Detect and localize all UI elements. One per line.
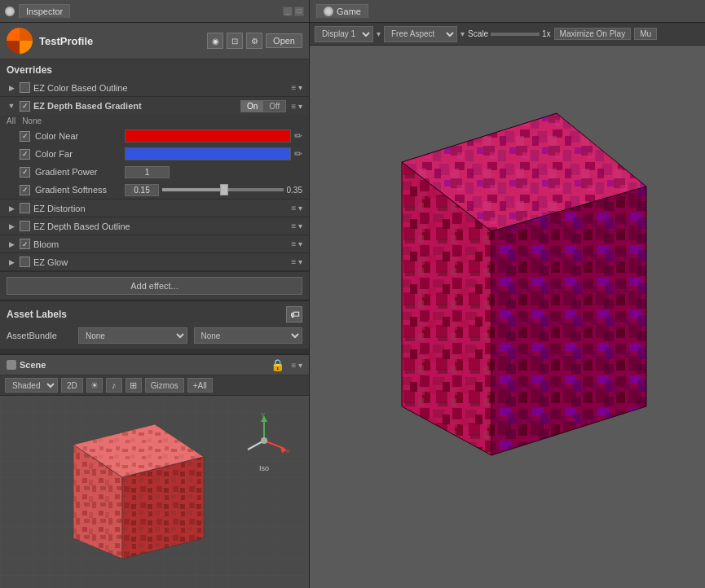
effect-menu-glow[interactable]: ≡ ▾ <box>291 257 302 266</box>
asset-bundle-dropdown1[interactable]: None <box>78 327 187 344</box>
label-tag-icon[interactable]: 🏷 <box>286 306 302 323</box>
scene-header: Scene 🔒 ≡ ▾ <box>0 355 309 375</box>
none-btn[interactable]: None <box>22 116 42 125</box>
scene-icon <box>7 360 16 370</box>
add-effect-button[interactable]: Add effect... <box>7 277 302 295</box>
all-none-row: All None <box>0 115 309 127</box>
maximize-btn[interactable]: Maximize On Play <box>554 28 632 40</box>
softness-min-input[interactable] <box>125 184 159 196</box>
checkbox-ez-color[interactable] <box>20 82 30 93</box>
maximize-window-btn[interactable]: □ <box>294 7 304 16</box>
svg-marker-57 <box>491 186 646 455</box>
profile-view-btn[interactable]: ⊡ <box>227 33 243 49</box>
gradient-softness-row: ✓ Gradient Softness 0.35 <box>0 181 309 199</box>
checkbox-bloom[interactable]: ✓ <box>20 239 30 249</box>
scene-lock-icon[interactable]: 🔒 <box>271 358 284 371</box>
open-button[interactable]: Open <box>266 33 302 48</box>
scene-section: Scene 🔒 ≡ ▾ Shaded 2D ☀ ♪ ⊞ Gizmos +All <box>0 353 309 588</box>
effect-name-depth-outline: EZ Depth Based Outline <box>33 222 291 231</box>
view-2d-btn[interactable]: 2D <box>61 378 83 393</box>
effect-menu-depth[interactable]: ≡ ▾ <box>291 102 302 111</box>
on-toggle[interactable]: On <box>241 101 263 112</box>
effect-name-glow: EZ Glow <box>33 257 291 267</box>
color-far-row: ✓ Color Far ✏ <box>0 145 309 163</box>
display-dropdown[interactable]: Display 1 <box>315 26 373 42</box>
effect-name-distortion: EZ Distortion <box>33 204 291 213</box>
color-far-swatch[interactable] <box>125 147 291 160</box>
eyedropper-far[interactable]: ✏ <box>294 148 302 160</box>
scale-label: Scale <box>468 29 488 38</box>
all-btn[interactable]: +All <box>187 378 213 393</box>
profile-icon <box>7 28 33 54</box>
softness-max-value: 0.35 <box>287 186 302 195</box>
checkbox-glow[interactable] <box>20 257 30 267</box>
effect-row-ez-depth-outline: ▶ EZ Depth Based Outline ≡ ▾ <box>0 217 309 235</box>
svg-text:Y: Y <box>261 412 266 419</box>
gradient-softness-label: Gradient Softness <box>35 185 125 195</box>
effect-menu-depth-outline[interactable]: ≡ ▾ <box>291 222 302 230</box>
unity-logo-icon <box>5 7 15 16</box>
checkbox-depth-outline[interactable] <box>20 221 30 231</box>
gradient-power-input[interactable] <box>125 166 170 178</box>
expand-arrow-distortion[interactable]: ▶ <box>7 204 16 213</box>
game-toolbar: Display 1 ▾ Free Aspect ▾ Scale 1x Maxim… <box>310 23 705 46</box>
game-tab[interactable]: Game <box>316 4 368 18</box>
all-btn[interactable]: All <box>7 116 15 125</box>
gizmos-btn[interactable]: Gizmos <box>145 378 184 393</box>
checkbox-gradient-softness[interactable]: ✓ <box>20 185 30 195</box>
softness-track[interactable] <box>162 188 284 191</box>
gradient-power-row: ✓ Gradient Power <box>0 163 309 181</box>
titlebar-controls: _ □ <box>283 7 304 16</box>
checkbox-distortion[interactable] <box>20 203 30 213</box>
game-cube-svg <box>353 81 663 553</box>
on-off-toggle: On Off <box>240 100 287 112</box>
expand-arrow-depth[interactable]: ▼ <box>7 101 16 111</box>
scene-toolbar: Shaded 2D ☀ ♪ ⊞ Gizmos +All <box>0 375 309 396</box>
expand-arrow-glow[interactable]: ▶ <box>7 257 16 267</box>
game-unity-logo <box>324 7 333 16</box>
checkbox-depth-gradient[interactable]: ✓ <box>20 101 30 112</box>
checkbox-gradient-power[interactable]: ✓ <box>20 167 30 178</box>
expand-arrow-ez-color[interactable]: ▶ <box>7 83 16 93</box>
inspector-scrollbar <box>0 349 309 353</box>
effect-menu-ez-color[interactable]: ≡ ▾ <box>291 83 302 92</box>
inspector-tab[interactable]: Inspector <box>19 4 70 18</box>
scene-menu-btn[interactable]: ≡ ▾ <box>291 361 302 370</box>
checkbox-color-near[interactable]: ✓ <box>20 131 30 142</box>
softness-thumb[interactable] <box>220 184 228 195</box>
scale-value: 1x <box>542 29 551 38</box>
effect-row-ez-glow: ▶ EZ Glow ≡ ▾ <box>0 253 309 271</box>
expand-arrow-depth-outline[interactable]: ▶ <box>7 222 16 231</box>
game-panel: Game Display 1 ▾ Free Aspect ▾ Scale 1x … <box>310 0 705 588</box>
sun-icon-btn[interactable]: ☀ <box>86 378 103 393</box>
add-effect-row: Add effect... <box>0 271 309 300</box>
dropdown-arrow-aspect: ▾ <box>460 29 465 38</box>
mute-btn[interactable]: Mu <box>634 28 657 40</box>
gradient-softness-slider: 0.35 <box>125 184 302 196</box>
checkbox-color-far[interactable]: ✓ <box>20 149 30 160</box>
effect-row-ez-distortion: ▶ EZ Distortion ≡ ▾ <box>0 200 309 217</box>
color-far-label: Color Far <box>35 149 125 159</box>
profile-settings-btn[interactable]: ⚙ <box>246 33 262 49</box>
aspect-dropdown[interactable]: Free Aspect <box>384 26 457 42</box>
asset-labels-title: Asset Labels 🏷 <box>7 306 302 323</box>
shaded-dropdown[interactable]: Shaded <box>5 378 58 393</box>
audio-btn[interactable]: ♪ <box>106 378 122 393</box>
effect-menu-distortion[interactable]: ≡ ▾ <box>291 204 302 213</box>
scale-slider[interactable] <box>491 33 540 36</box>
effect-row-bloom: ▶ ✓ Bloom ≡ ▾ <box>0 235 309 253</box>
profile-header: TestProfile ◉ ⊡ ⚙ Open <box>0 23 309 59</box>
gizmo-widget: Y x Iso <box>236 412 293 469</box>
minimize-btn[interactable]: _ <box>283 7 293 16</box>
asset-bundle-dropdown2[interactable]: None <box>194 327 303 344</box>
expand-arrow-bloom[interactable]: ▶ <box>7 239 16 249</box>
eyedropper-near[interactable]: ✏ <box>294 130 302 142</box>
image-btn[interactable]: ⊞ <box>126 378 142 393</box>
effect-row-ez-color-outline: ▶ EZ Color Based Outline ≡ ▾ <box>0 79 309 97</box>
scale-group: Scale 1x <box>468 29 551 38</box>
color-near-swatch[interactable] <box>125 129 291 143</box>
off-toggle[interactable]: Off <box>263 101 285 112</box>
depth-gradient-title: EZ Depth Based Gradient <box>33 101 240 111</box>
effect-menu-bloom[interactable]: ≡ ▾ <box>291 239 302 248</box>
profile-select-btn[interactable]: ◉ <box>207 33 223 49</box>
